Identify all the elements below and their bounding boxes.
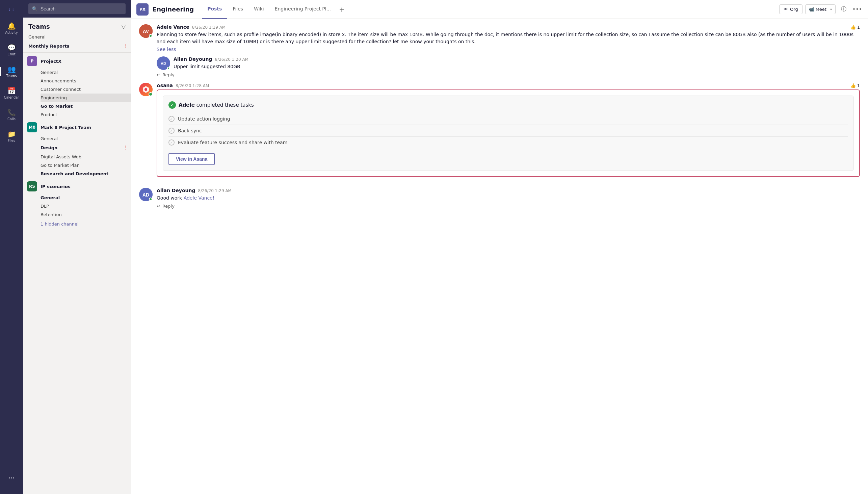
channel-header-actions: 👁 Org 📹 Meet ▾ ⓘ ••• [779, 4, 863, 15]
channel-item-monthly-reports[interactable]: Monthly Reports ! [28, 41, 131, 51]
reply-button-adele[interactable]: ↩ Reply [157, 72, 860, 77]
rail-item-calls[interactable]: 📞 Calls [0, 104, 23, 126]
tab-label: Posts [207, 6, 222, 12]
add-tab-button[interactable]: + [336, 5, 347, 14]
reply-author-allan: Allan Deyoung [174, 56, 212, 62]
task-item-1: ✓ Update action logging [169, 113, 848, 125]
rail-item-more[interactable]: ••• [0, 467, 23, 489]
tab-files[interactable]: Files [227, 0, 249, 19]
task-text-2: Back sync [178, 128, 202, 133]
search-box: 🔍 [28, 3, 126, 14]
meet-chevron-icon[interactable]: ▾ [828, 7, 832, 11]
view-asana-button[interactable]: View in Asana [169, 153, 215, 165]
team-header-mark8[interactable]: M8 Mark 8 Project Team ••• [23, 120, 131, 134]
search-input[interactable] [28, 3, 126, 14]
channel-name: Retention [40, 212, 127, 217]
rail-item-activity[interactable]: 🔔 Activity [0, 18, 23, 39]
tab-label: Files [233, 6, 243, 12]
org-icon: 👁 [784, 7, 788, 12]
hidden-channel-text: 1 hidden channel [40, 220, 79, 228]
channel-item-design[interactable]: Design ! [40, 143, 131, 153]
channel-item-digital-assets[interactable]: Digital Assets Web [40, 153, 131, 161]
message-header-adele: Adele Vance 8/26/20 1:19 AM 👍 1 [157, 24, 860, 30]
channel-name: Product [40, 112, 127, 117]
messages-area: AV Adele Vance 8/26/20 1:19 AM 👍 1 Plann… [131, 19, 868, 494]
channel-name: Engineering [40, 95, 127, 100]
see-less-link[interactable]: See less [157, 46, 176, 52]
meet-button[interactable]: 📹 Meet ▾ [805, 4, 835, 14]
asana-content: Asana 8/26/20 1:28 AM 👍 1 ✓ Adele comple… [157, 83, 860, 182]
task-check-icon-3: ✓ [169, 139, 175, 146]
channel-name: Customer connect [40, 87, 127, 92]
rail-item-chat[interactable]: 💬 Chat [0, 39, 23, 61]
message-author-adele: Adele Vance [157, 24, 189, 30]
tab-project-plan[interactable]: Engineering Project Pl... [269, 0, 336, 19]
channel-name: Go to Market [40, 104, 127, 109]
svg-text:⋮⋮⋮: ⋮⋮⋮ [7, 7, 16, 12]
channel-item-product[interactable]: Product [40, 110, 131, 119]
rail-label-activity: Activity [5, 31, 18, 35]
asana-reaction: 👍 1 [850, 83, 860, 88]
avatar-wrap-allan-last: AD [139, 188, 153, 201]
files-icon: 📁 [7, 131, 16, 137]
team-name-ip: IP scenarios [40, 184, 115, 189]
team-name-projectx: ProjectX [40, 59, 115, 64]
channel-item-announcements[interactable]: Announcements [40, 77, 131, 85]
channel-title: Engineering [153, 6, 194, 13]
rail-item-files[interactable]: 📁 Files [0, 126, 23, 147]
more-icon: ••• [852, 6, 862, 13]
channel-item-go-to-market-plan[interactable]: Go to Market Plan [40, 161, 131, 170]
status-dot-adele [149, 34, 152, 37]
channel-item-general-top[interactable]: General [28, 33, 131, 41]
asana-author: Asana [157, 83, 173, 88]
channel-name: Monthly Reports [28, 43, 123, 49]
team-name-mark8: Mark 8 Project Team [40, 125, 115, 130]
rail-item-teams[interactable]: 👥 Teams [0, 61, 23, 82]
channel-item-dlp[interactable]: DLP [40, 202, 131, 210]
channel-item-general1[interactable]: General [40, 68, 131, 77]
channel-name: Design [40, 145, 123, 150]
message-text-allan-last: Good work Adele Vance! [157, 194, 860, 202]
channel-item-retention[interactable]: Retention [40, 210, 131, 219]
sidebar-content: General Monthly Reports ! P ProjectX •••… [23, 33, 131, 494]
channel-item-customer-connect[interactable]: Customer connect [40, 85, 131, 94]
org-button[interactable]: 👁 Org [779, 4, 803, 14]
reply-label: Reply [162, 204, 175, 209]
reply-content-allan: Allan Deyoung 8/26/20 1:20 AM Upper limi… [174, 56, 860, 70]
team-avatar-mark8: M8 [27, 122, 37, 132]
calls-icon: 📞 [7, 109, 16, 116]
tab-wiki[interactable]: Wiki [249, 0, 269, 19]
asana-header: Asana 8/26/20 1:28 AM 👍 1 [157, 83, 860, 88]
team-header-ip[interactable]: RS IP scenarios ••• [23, 179, 131, 193]
more-options-button[interactable]: ••• [852, 4, 863, 15]
app-logo[interactable]: ⋮⋮⋮ [0, 0, 23, 18]
team-group-ip: RS IP scenarios ••• General DLP Retentio… [23, 179, 131, 229]
channel-item-general3[interactable]: General [40, 193, 131, 202]
message-content-adele: Adele Vance 8/26/20 1:19 AM 👍 1 Planning… [157, 24, 860, 77]
rail-label-chat: Chat [7, 52, 15, 56]
channel-item-engineering[interactable]: Engineering [40, 94, 131, 102]
good-work-text: Good work [157, 195, 184, 201]
completed-text: Adele completed these tasks [179, 102, 254, 108]
rail-label-files: Files [8, 139, 15, 142]
asana-avatar-wrap [139, 83, 153, 182]
tab-posts[interactable]: Posts [202, 0, 227, 19]
channel-list-ip: General DLP Retention 1 hidden channel [23, 193, 131, 229]
rail-more-label: ••• [8, 476, 15, 480]
task-text-3: Evaluate feature success and share with … [178, 140, 287, 145]
channel-item-go-to-market[interactable]: Go to Market [40, 102, 131, 110]
channel-item-research-dev[interactable]: Research and Development [40, 170, 131, 178]
reply-button-allan-last[interactable]: ↩ Reply [157, 204, 860, 209]
hidden-channel-link[interactable]: 1 hidden channel [40, 219, 131, 229]
info-button[interactable]: ⓘ [838, 4, 849, 15]
rail-item-calendar[interactable]: 📅 Calendar [0, 82, 23, 104]
task-check-icon-2: ✓ [169, 128, 175, 134]
avatar-text: P [31, 59, 34, 63]
channel-name: Research and Development [40, 171, 127, 176]
reply-header-allan: Allan Deyoung 8/26/20 1:20 AM [174, 56, 860, 62]
team-header-projectx[interactable]: P ProjectX ••• [23, 54, 131, 68]
channel-item-general2[interactable]: General [40, 134, 131, 143]
asana-time: 8/26/20 1:28 AM [176, 83, 209, 88]
filter-icon[interactable]: ▽ [121, 23, 126, 30]
sidebar-header: Teams ▽ [23, 18, 131, 33]
